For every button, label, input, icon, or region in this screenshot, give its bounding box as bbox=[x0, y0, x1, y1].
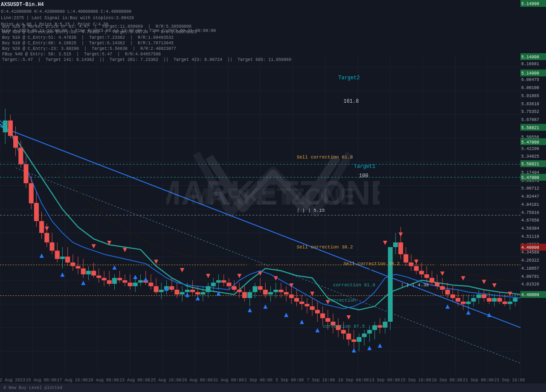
chart-canvas bbox=[0, 0, 546, 392]
time-info: Time A:2023.09.11-16:00:00 | Time B:2023… bbox=[1, 28, 216, 34]
status-text: 0 New Buy Level plotted bbox=[3, 386, 62, 390]
price-axis bbox=[520, 0, 546, 392]
status-bar: 0 New Buy Level plotted bbox=[0, 383, 546, 392]
ticker-symbol: AXSUSDT-Bin.H4 bbox=[1, 1, 216, 9]
point-info: Point A:4.06 | Point B:5.15 | Point C:4.… bbox=[1, 21, 216, 28]
ohlc-info: O:4.41000000 H:4.42000000 L:4.40000000 C… bbox=[1, 9, 216, 15]
line-signal: Line:2375 | Last Signal is:Buy with stop… bbox=[1, 15, 216, 21]
chart-container: MARKETZONE AXSUSDT-Bin.H4 O:4.41000000 H… bbox=[0, 0, 546, 392]
time-axis bbox=[0, 375, 525, 383]
header-info: AXSUSDT-Bin.H4 O:4.41000000 H:4.42000000… bbox=[1, 1, 216, 34]
